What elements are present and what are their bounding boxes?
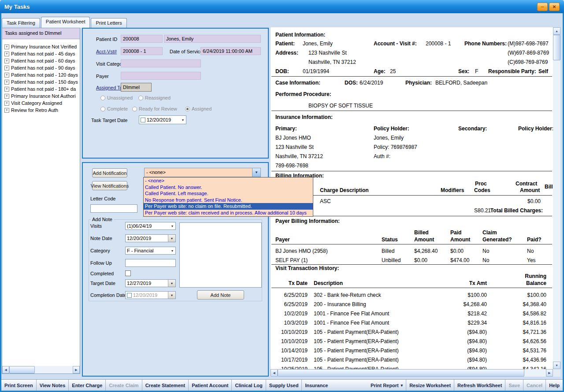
notification-option[interactable]: Per Payer web site: claim received and i… bbox=[144, 210, 313, 216]
task-tree-item[interactable]: + Patient has not paid - 60 days bbox=[2, 57, 80, 64]
category-combo[interactable]: F - Financial ▼ bbox=[125, 247, 176, 255]
calendar-dropdown-icon[interactable]: ▼ bbox=[168, 235, 175, 242]
worksheet-hscroll-track[interactable] bbox=[278, 369, 546, 377]
task-tree-item[interactable]: + Patient has not paid - 120 days bbox=[2, 71, 80, 78]
worksheet-hscroll-thumb[interactable] bbox=[278, 369, 524, 377]
minimize-button[interactable]: ─ bbox=[537, 3, 548, 11]
worksheet-hscrollbar[interactable]: ◀ ▶ bbox=[271, 369, 553, 377]
payer-field[interactable] bbox=[121, 72, 201, 80]
note-date-picker[interactable]: 12/20/2019 ▼ bbox=[125, 234, 176, 242]
task-tree-item[interactable]: + Patient has not paid - 150 days bbox=[2, 78, 80, 85]
patient-id-field[interactable]: 200008 bbox=[121, 35, 163, 43]
toolbar-item[interactable]: Insurance bbox=[301, 380, 331, 391]
radio-assigned[interactable]: Assigned bbox=[185, 106, 212, 111]
chevron-down-icon[interactable]: ▼ bbox=[169, 249, 175, 252]
expand-plus-icon[interactable]: + bbox=[4, 44, 9, 49]
radio-unassigned[interactable]: Unassigned bbox=[100, 95, 133, 100]
toolbar-item[interactable]: Help bbox=[545, 380, 563, 391]
toolbar-item[interactable]: View Notes bbox=[36, 380, 69, 391]
expand-plus-icon[interactable]: + bbox=[4, 52, 9, 56]
follow-up-input[interactable] bbox=[125, 259, 176, 267]
assigned-to-link[interactable]: Assigned To bbox=[96, 85, 122, 90]
expand-plus-icon[interactable]: + bbox=[4, 108, 9, 113]
policy-holder-label: Policy Holder: bbox=[374, 126, 409, 132]
patient-value: Jones, Emily bbox=[303, 41, 333, 47]
expand-plus-icon[interactable]: + bbox=[4, 87, 9, 92]
scroll-left-icon[interactable]: ◀ bbox=[271, 369, 278, 377]
toolbar-item[interactable]: Save bbox=[505, 380, 523, 391]
calendar-dropdown-icon[interactable]: ▼ bbox=[168, 280, 175, 287]
toolbar-item[interactable]: Supply Used bbox=[266, 380, 302, 391]
worksheet-vscrollbar[interactable]: ▲ ▼ bbox=[553, 27, 560, 369]
letter-code-input[interactable] bbox=[90, 204, 137, 213]
task-tree-item[interactable]: + Patient has not paid - 45 days bbox=[2, 50, 80, 57]
add-notification-button[interactable]: Add Notification bbox=[92, 168, 127, 178]
visit-category-field[interactable] bbox=[121, 59, 201, 67]
view-notifications-button[interactable]: View Notifications bbox=[92, 181, 127, 190]
toolbar-item[interactable]: Resize Worksheet bbox=[406, 380, 454, 391]
sidebar-hscroll-track[interactable] bbox=[9, 366, 73, 374]
follow-up-label: Follow Up bbox=[90, 260, 112, 266]
toolbar-item[interactable]: Refresh WorkSheet bbox=[454, 380, 505, 391]
note-textarea[interactable] bbox=[179, 222, 262, 288]
scroll-right-icon[interactable]: ▶ bbox=[73, 366, 80, 374]
radio-reassigned[interactable]: Reassigned bbox=[138, 95, 171, 100]
expand-plus-icon[interactable]: + bbox=[4, 94, 9, 99]
acct-vst-field[interactable]: 200008 - 1 bbox=[121, 47, 163, 55]
toolbar-item[interactable]: Clinical Log bbox=[231, 380, 265, 391]
scroll-up-icon[interactable]: ▲ bbox=[553, 27, 560, 35]
add-note-button[interactable]: Add Note bbox=[197, 290, 244, 300]
close-button[interactable]: ✕ bbox=[549, 3, 560, 11]
expand-plus-icon[interactable]: + bbox=[4, 66, 9, 70]
date-checkbox[interactable] bbox=[127, 293, 132, 298]
task-tree-item[interactable]: + Patient has not paid - 180+ da bbox=[2, 85, 80, 92]
toolbar-item[interactable]: Enter Charge bbox=[68, 380, 105, 391]
sidebar-hscroll-thumb[interactable] bbox=[9, 366, 35, 374]
completion-date-picker[interactable]: 12/20/2019 ▼ bbox=[125, 291, 176, 299]
scroll-down-icon[interactable]: ▼ bbox=[553, 362, 560, 369]
scroll-left-icon[interactable]: ◀ bbox=[2, 366, 9, 374]
notification-option[interactable]: - <none> bbox=[144, 178, 313, 184]
acct-vst-link[interactable]: Acct-Vst# bbox=[96, 49, 117, 54]
scroll-right-icon[interactable]: ▶ bbox=[546, 369, 553, 377]
toolbar-item[interactable]: Create Claim bbox=[105, 380, 141, 391]
toolbar-item[interactable]: Print Screen bbox=[1, 380, 36, 391]
tab[interactable]: Patient Worksheet bbox=[41, 17, 90, 28]
patient-name-field[interactable]: Jones, Emily bbox=[164, 35, 261, 43]
task-tree-item[interactable]: + Patient has not paid - 90 days bbox=[2, 64, 80, 71]
notification-option[interactable]: Called Patient. No answer. bbox=[144, 184, 313, 191]
radio-ready-for-review[interactable]: Ready for Review bbox=[132, 106, 177, 111]
date-checkbox[interactable] bbox=[141, 118, 145, 122]
notification-option[interactable]: No Response from patient. Sent Final Not… bbox=[144, 197, 313, 203]
worksheet-vscroll-thumb[interactable] bbox=[553, 35, 560, 60]
sidebar-hscrollbar[interactable]: ◀ ▶ bbox=[2, 366, 80, 374]
task-tree-item[interactable]: + Primary Insurance Not Verified bbox=[2, 43, 80, 50]
tab[interactable]: Task Filtering bbox=[2, 18, 40, 28]
expand-plus-icon[interactable]: + bbox=[4, 101, 9, 106]
task-tree-item[interactable]: + Review for Retro Auth bbox=[2, 107, 80, 114]
completed-checkbox[interactable] bbox=[125, 270, 131, 276]
calendar-dropdown-icon[interactable]: ▼ bbox=[168, 292, 175, 299]
radio-complete[interactable]: Complete bbox=[100, 106, 128, 111]
toolbar-item[interactable]: Cancel bbox=[523, 380, 545, 391]
assigned-to-field[interactable]: DImmel bbox=[121, 83, 152, 92]
task-tree-item[interactable]: + Primary Insurance Not Authori bbox=[2, 92, 80, 100]
task-target-date-picker[interactable]: 12/20/2019 ▼ bbox=[139, 115, 186, 124]
separator-line bbox=[271, 111, 552, 111]
visits-combo[interactable]: (1)06/24/19 ▼ bbox=[125, 222, 176, 230]
chevron-down-icon[interactable]: ▼ bbox=[180, 118, 186, 122]
notification-option[interactable]: Per Payer web site: no claim on file. Re… bbox=[144, 203, 313, 210]
combo-dropdown-icon[interactable]: ▼ bbox=[252, 168, 260, 177]
notification-option[interactable]: Called Patient. Left message. bbox=[144, 190, 313, 197]
target-date-picker[interactable]: 12/27/2019 ▼ bbox=[125, 279, 176, 287]
toolbar-item[interactable]: Print Report bbox=[367, 380, 406, 391]
chevron-down-icon[interactable]: ▼ bbox=[169, 225, 175, 228]
notification-combo[interactable]: - <none> ▼ bbox=[144, 168, 261, 177]
toolbar-item[interactable]: Patient Account bbox=[188, 380, 231, 391]
expand-plus-icon[interactable]: + bbox=[4, 59, 9, 63]
toolbar-item[interactable]: Create Statement bbox=[142, 380, 188, 391]
expand-plus-icon[interactable]: + bbox=[4, 80, 9, 85]
task-tree-item[interactable]: + Visit Category Assigned bbox=[2, 100, 80, 107]
tab[interactable]: Print Letters bbox=[91, 18, 126, 28]
expand-plus-icon[interactable]: + bbox=[4, 73, 9, 78]
